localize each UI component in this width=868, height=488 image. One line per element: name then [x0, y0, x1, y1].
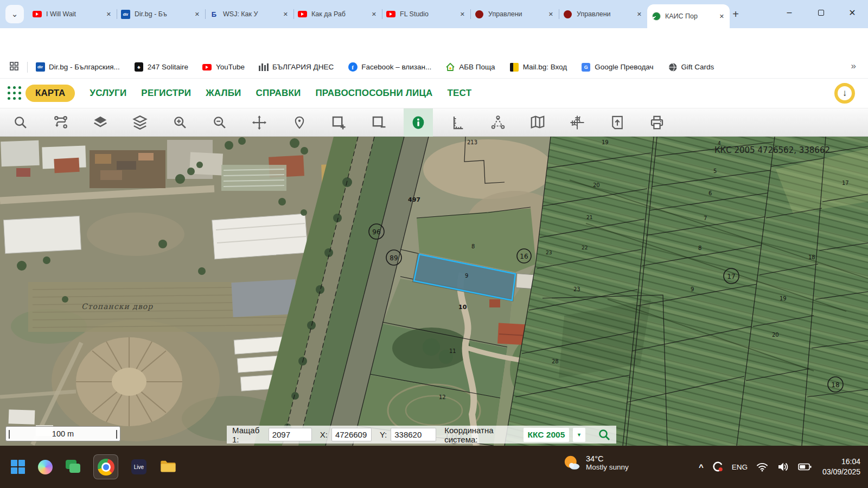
blitz-icon: Б: [209, 10, 219, 19]
tab-kak-da-rab[interactable]: Как да Раб ✕: [293, 4, 382, 24]
window-minimize-button[interactable]: –: [774, 0, 805, 25]
measure-area-button[interactable]: [486, 111, 510, 134]
select-remove-button[interactable]: [367, 111, 391, 134]
wifi-icon[interactable]: [756, 461, 769, 473]
x-coordinate-input[interactable]: [331, 428, 372, 441]
menu-dots-icon[interactable]: [5, 84, 24, 102]
tab-fl-studio[interactable]: FL Studio ✕: [382, 4, 470, 24]
svg-text:89: 89: [390, 254, 398, 262]
volume-icon[interactable]: [777, 461, 790, 473]
bookmarks-divider: [27, 62, 28, 73]
bookmark-bulgaria-dnes[interactable]: БЪЛГАРИЯ ДНЕС: [259, 62, 334, 72]
bookmark-dirbg[interactable]: dir Dir.bg - Българския...: [35, 62, 120, 72]
satellite-map-canvas[interactable]: 497 213 8 9 10 11 12 28 23 19 20 21 22 2…: [0, 137, 868, 446]
nav-item-uslugi[interactable]: УСЛУГИ: [90, 88, 126, 99]
tab-kais-portal-active[interactable]: КАИС Пор ✕: [647, 4, 730, 28]
svg-text:8: 8: [698, 245, 701, 251]
base-layers-button[interactable]: [88, 111, 112, 134]
nav-item-registri[interactable]: РЕГИСТРИ: [141, 88, 191, 99]
tab-i-will-wait[interactable]: I Will Wait ✕: [28, 4, 117, 24]
scale-input[interactable]: [269, 428, 312, 441]
bookmark-gift-cards[interactable]: Gift Cards: [668, 62, 714, 72]
zoom-out-button[interactable]: [208, 111, 232, 134]
layers-button[interactable]: [128, 111, 152, 134]
location-pin-button[interactable]: [288, 111, 311, 134]
bookmark-youtube[interactable]: YouTube: [202, 62, 245, 72]
youtube-icon: [386, 10, 395, 19]
window-close-button[interactable]: ✕: [837, 0, 868, 25]
cadastre-map[interactable]: 497 213 8 9 10 11 12 28 23 19 20 21 22 2…: [0, 137, 868, 446]
weather-widget[interactable]: 34°C Mostly sunny: [562, 453, 629, 472]
zoom-in-button[interactable]: [168, 111, 192, 134]
coordinate-search-button[interactable]: [598, 428, 611, 441]
svg-text:9: 9: [465, 273, 468, 279]
live-app-icon[interactable]: Live: [131, 459, 146, 474]
chat-icon[interactable]: [66, 460, 80, 474]
map-route-button[interactable]: [49, 111, 73, 134]
tray-chevron-icon[interactable]: ^: [699, 463, 704, 472]
svg-text:497: 497: [408, 196, 420, 203]
language-indicator[interactable]: ENG: [732, 463, 748, 471]
nav-item-test[interactable]: ТЕСТ: [448, 88, 472, 99]
tab-upravleni-2[interactable]: Управлени ✕: [559, 4, 647, 24]
tab-close-icon[interactable]: ✕: [718, 12, 725, 21]
chrome-taskbar-button[interactable]: [93, 454, 118, 479]
bookmark-facebook[interactable]: f Facebook – влизан...: [348, 62, 431, 72]
svg-text:23: 23: [546, 250, 552, 255]
svg-text:6: 6: [709, 190, 712, 196]
map-search-button[interactable]: [9, 111, 33, 134]
bookmark-solitaire[interactable]: ♠ 247 Solitaire: [134, 62, 188, 72]
tray-date: 03/09/2025: [822, 467, 860, 477]
tab-close-icon[interactable]: ✕: [459, 10, 466, 19]
svg-text:213: 213: [467, 139, 477, 145]
tab-close-icon[interactable]: ✕: [371, 10, 378, 19]
nav-item-spravki[interactable]: СПРАВКИ: [256, 88, 301, 99]
nav-item-karta-active[interactable]: КАРТА: [25, 85, 75, 102]
pan-button[interactable]: [247, 111, 271, 134]
measure-button[interactable]: [446, 111, 470, 134]
y-coordinate-input[interactable]: [391, 428, 436, 441]
crs-dropdown-button[interactable]: ▼: [573, 428, 585, 442]
bookmarks-overflow-button[interactable]: »: [851, 61, 856, 72]
apps-grid-icon[interactable]: [9, 61, 20, 74]
chrome-icon: [98, 459, 114, 476]
crs-value[interactable]: ККС 2005: [524, 428, 569, 442]
battery-icon[interactable]: [798, 461, 812, 472]
coordinate-grid-button[interactable]: [565, 111, 589, 134]
new-tab-button[interactable]: +: [728, 7, 743, 22]
bulgaria-dnes-icon: [259, 62, 269, 72]
window-maximize-button[interactable]: [805, 0, 837, 25]
map-status-bar: Мащаб 1: X: Y: Координатна система: ККС …: [227, 426, 616, 444]
svg-text:19: 19: [602, 139, 609, 145]
export-button[interactable]: [605, 111, 629, 134]
clock-widget[interactable]: 16:04 03/09/2025: [822, 457, 860, 477]
nav-item-zhalbi[interactable]: ЖАЛБИ: [206, 88, 241, 99]
tab-close-icon[interactable]: ✕: [282, 10, 289, 19]
copilot-icon[interactable]: [38, 460, 53, 474]
bookmark-abv[interactable]: АБВ Поща: [445, 62, 495, 72]
select-add-button[interactable]: [327, 111, 350, 134]
tab-upravleni-1[interactable]: Управлени ✕: [470, 4, 559, 24]
tab-search-button[interactable]: ⌄: [5, 5, 24, 23]
print-button[interactable]: [645, 111, 669, 134]
map-sheet-button[interactable]: [526, 111, 550, 134]
tab-close-icon[interactable]: ✕: [105, 10, 112, 19]
map-toolbar: [0, 108, 868, 137]
svg-text:5: 5: [713, 168, 717, 174]
youtube-icon: [202, 62, 212, 72]
tab-wsj[interactable]: Б WSJ: Как У ✕: [205, 4, 293, 24]
svg-text:20: 20: [593, 182, 600, 188]
dir-icon: dir: [35, 62, 45, 72]
file-explorer-icon[interactable]: [159, 458, 177, 476]
tab-close-icon[interactable]: ✕: [547, 10, 554, 19]
download-button[interactable]: ↓: [834, 83, 855, 104]
start-button[interactable]: [11, 460, 25, 474]
bookmark-mailbg[interactable]: Mail.bg: Вход: [509, 62, 567, 72]
bookmark-translate[interactable]: G Google Преводач: [581, 62, 653, 72]
recorder-tray-icon[interactable]: [712, 461, 724, 473]
nav-item-pravosposobni-litsa[interactable]: ПРАВОСПОСОБНИ ЛИЦА: [315, 88, 432, 99]
tab-dirbg[interactable]: dir Dir.bg - Бъ ✕: [117, 4, 205, 24]
info-button-active[interactable]: [404, 108, 433, 137]
tab-close-icon[interactable]: ✕: [194, 10, 201, 19]
tab-close-icon[interactable]: ✕: [636, 10, 643, 19]
